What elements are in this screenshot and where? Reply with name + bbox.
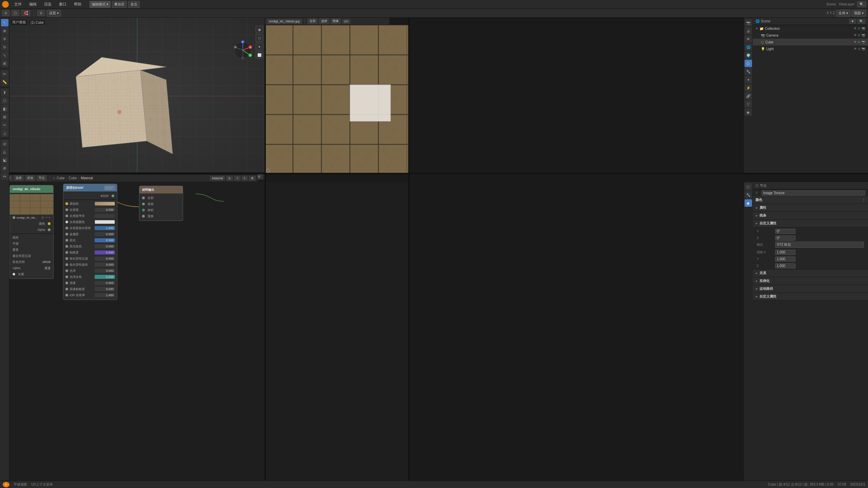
node-prop-icon3[interactable]: ◉ <box>745 199 752 207</box>
node-color-header[interactable]: 颜色 ⋮ <box>753 196 868 204</box>
subsurface-row[interactable]: 次表面 0.000 <box>63 207 117 213</box>
prop-world-icon[interactable]: 🌍 <box>745 52 752 59</box>
aniso-filter-bar[interactable]: 0.000 <box>95 257 115 261</box>
base-color-socket[interactable] <box>65 202 68 205</box>
specular-bar[interactable]: 0.500 <box>95 238 115 242</box>
clearcoat-rough-bar[interactable]: 0.030 <box>95 287 115 291</box>
alpha-output-socket[interactable] <box>48 228 51 231</box>
subsurface-radius-bar[interactable] <box>95 214 115 218</box>
aniso-filter-socket[interactable] <box>65 257 68 260</box>
sheen-tint-row[interactable]: 光泽全色 0.500 <box>63 274 117 280</box>
vis-icon[interactable]: 👁 <box>854 27 857 30</box>
image-texture-node[interactable]: smdtgt_4K_Albedo <box>9 185 54 279</box>
tool-scale[interactable]: ⤡ <box>1 52 8 59</box>
cube-vis[interactable]: 👁 <box>854 40 857 44</box>
aniso-rotation-bar[interactable]: 0.000 <box>95 263 115 267</box>
outliner-cube[interactable]: ⬡ Cube 👁 ⊙ 📷 <box>753 39 868 45</box>
node-node-btn[interactable]: 节点 <box>37 175 47 181</box>
alpha-mode-row[interactable]: Alpha 直连 <box>10 265 53 271</box>
filter-row[interactable]: 最近邻居过滤 <box>10 253 53 259</box>
tool-smooth[interactable]: ◎ <box>1 140 8 147</box>
bsdf-mode[interactable]: BSDF <box>105 186 114 190</box>
scale-z[interactable]: 1.000 <box>775 263 795 268</box>
aniso-filter-row[interactable]: 各向异性过滤 0.000 <box>63 256 117 262</box>
prop-scene-icon[interactable]: 🌐 <box>745 43 752 51</box>
node-color-options[interactable]: ⋮ <box>862 198 865 202</box>
uv-select-btn[interactable]: 选择 <box>319 18 329 24</box>
specular-tint-row[interactable]: 高光染色 0.000 <box>63 243 117 249</box>
node-lines-header[interactable]: ► 线条 <box>753 212 868 219</box>
aniso-rotation-socket[interactable] <box>65 263 68 266</box>
node-settings[interactable]: ⚙ <box>249 176 256 181</box>
wire-mode-btn[interactable]: ⬜ <box>256 51 263 59</box>
sheen-socket[interactable] <box>65 269 68 272</box>
tool-edge-slide[interactable]: ⬕ <box>1 156 8 164</box>
uv-uv-btn[interactable]: UV <box>342 19 351 24</box>
cube-sel[interactable]: ⊙ <box>858 40 861 44</box>
shader-mode-btn[interactable]: ◉ <box>256 26 263 33</box>
subsurface-color-preview[interactable] <box>95 220 115 224</box>
tool-randomize[interactable]: ⩠ <box>1 148 8 156</box>
displacement-socket[interactable] <box>142 215 145 218</box>
color-output-socket[interactable] <box>48 222 51 225</box>
mode-select[interactable]: 编辑模式 ▾ <box>90 1 111 8</box>
volume-socket[interactable] <box>142 209 145 211</box>
ior-row[interactable]: IOR 折射率 1.400 <box>63 292 117 298</box>
subsurface-bar[interactable]: 0.000 <box>95 208 115 212</box>
view-options[interactable]: 视图 ▾ <box>852 10 866 17</box>
camera-rnd[interactable]: 📷 <box>862 34 865 37</box>
menu-file[interactable]: 文件 <box>12 1 24 7</box>
all-socket[interactable] <box>142 197 145 199</box>
roughness-row[interactable]: 粗糙度 0.500 <box>63 249 117 256</box>
prop-material-icon[interactable]: ◉ <box>745 108 752 116</box>
node-prop-icon1[interactable]: ⬡ <box>745 183 752 190</box>
roughness-socket[interactable] <box>65 251 68 254</box>
specular-socket[interactable] <box>65 239 68 242</box>
scale-x[interactable]: 1.000 <box>775 250 795 255</box>
prop-physics-icon[interactable]: ⚡ <box>745 84 752 92</box>
image-x-icon[interactable]: × <box>49 216 51 219</box>
prop-particles-icon[interactable]: ✦ <box>745 76 752 83</box>
tool-move[interactable]: ✛ <box>1 35 8 43</box>
options[interactable]: 设置 ▾ <box>47 10 61 17</box>
image-new-icon[interactable]: + <box>45 216 47 219</box>
snapping[interactable]: 🧲 <box>21 10 30 16</box>
roughness-bar[interactable]: 0.500 <box>95 250 115 255</box>
surface-socket[interactable] <box>142 203 145 205</box>
global-local[interactable]: 全局 ▾ <box>836 10 850 17</box>
specular-tint-bar[interactable]: 0.000 <box>95 244 115 248</box>
uv-filename-display[interactable]: smdtgt_4K_Albedo.jpg <box>267 19 302 24</box>
outliner-scene-collection[interactable]: ▼ 📁 Collection 👁 ⊙ 📷 <box>753 25 868 32</box>
bc-cube1[interactable]: Cube <box>57 176 65 180</box>
material-select[interactable]: Material <box>210 176 225 181</box>
search-btn[interactable]: 🔍 <box>857 1 866 7</box>
tool-shrink[interactable]: ⊛ <box>1 164 8 172</box>
render-icon[interactable]: 📷 <box>862 27 865 30</box>
tool-knife[interactable]: ✂ <box>1 121 8 129</box>
aniso-rotation-row[interactable]: 各向异性旋转 0.000 <box>63 262 117 268</box>
prop-constraints-icon[interactable]: 🔗 <box>745 92 752 100</box>
menu-edit[interactable]: 编辑 <box>27 1 39 7</box>
transform-pivot[interactable]: ⬡ <box>12 10 19 16</box>
metallic-row[interactable]: 金属度 0.000 <box>63 231 117 237</box>
image-browse-icon[interactable]: ⊙ <box>41 216 44 219</box>
subsurface-aniso-bar[interactable]: 1.400 <box>95 226 115 230</box>
bc-cube2[interactable]: Cube <box>69 176 77 180</box>
scale-y[interactable]: 1.000 <box>775 257 795 262</box>
prop-view-icon[interactable]: 👁 <box>745 35 752 43</box>
node-custom-header[interactable]: ► 自定义属性 <box>753 220 868 227</box>
tool-transform[interactable]: ⊞ <box>1 60 8 67</box>
tool-loopcut[interactable]: ⊞ <box>1 113 8 121</box>
node-attr-header[interactable]: ► 属性 <box>753 204 868 211</box>
tool-select[interactable]: ↖ <box>1 19 8 26</box>
subsurface-radius-row[interactable]: 次表面半径 <box>63 213 117 219</box>
solid-mode-btn[interactable]: ● <box>256 43 263 50</box>
tool-rotate[interactable]: ↻ <box>1 43 8 51</box>
tool-annotate[interactable]: ✏ <box>1 70 8 78</box>
outliner-camera[interactable]: 📷 Camera 👁 ⊙ 📷 <box>753 32 868 39</box>
outliner-filter[interactable]: ▼ <box>849 19 856 24</box>
uv-all-btn[interactable]: 全部 <box>308 18 318 24</box>
subsurface-radius-socket[interactable] <box>65 215 68 217</box>
motion-header[interactable]: ► 运动路径 <box>753 285 868 292</box>
viewport-gizmo[interactable]: X -Y Z Y <box>233 41 252 60</box>
